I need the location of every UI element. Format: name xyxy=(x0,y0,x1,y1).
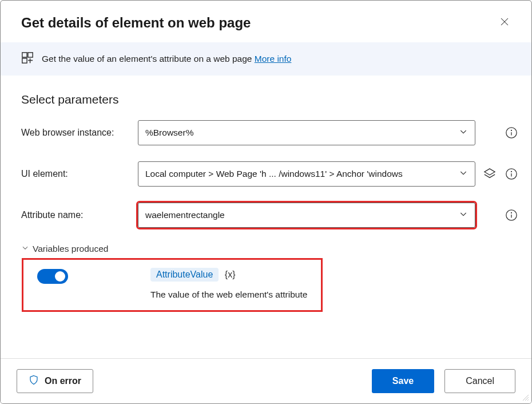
dropdown-ui-element[interactable]: Local computer > Web Page 'h ... /window… xyxy=(138,161,475,187)
dropdown-ui-element-value: Local computer > Web Page 'h ... /window… xyxy=(145,169,459,179)
svg-rect-3 xyxy=(28,53,33,57)
svg-point-16 xyxy=(511,212,512,213)
dialog-get-details: Get details of element on web page Get t… xyxy=(0,0,532,404)
info-button-attribute-name[interactable] xyxy=(505,209,518,221)
svg-marker-10 xyxy=(485,169,495,175)
svg-line-19 xyxy=(527,399,529,401)
chevron-down-icon xyxy=(21,244,29,254)
on-error-button[interactable]: On error xyxy=(17,369,93,393)
field-ui-element: UI element: Local computer > Web Page 'h… xyxy=(21,161,511,187)
layout-icon xyxy=(21,52,34,66)
save-button[interactable]: Save xyxy=(372,369,434,393)
close-icon xyxy=(499,20,510,29)
cancel-button[interactable]: Cancel xyxy=(444,369,515,393)
label-web-browser: Web browser instance: xyxy=(21,128,130,138)
toggle-knob xyxy=(55,271,65,282)
info-button-ui-element[interactable] xyxy=(505,168,518,180)
dialog-body: Select parameters Web browser instance: … xyxy=(1,76,531,358)
resize-grip-icon[interactable] xyxy=(521,393,529,401)
variable-toggle[interactable] xyxy=(37,269,68,284)
svg-rect-4 xyxy=(22,58,27,63)
dropdown-web-browser[interactable]: %Browser% xyxy=(138,120,475,145)
info-bar: Get the value of an element's attribute … xyxy=(1,42,531,76)
close-button[interactable] xyxy=(496,13,513,32)
chevron-down-icon xyxy=(459,168,468,180)
layers-button[interactable] xyxy=(483,168,496,180)
info-button-web-browser[interactable] xyxy=(505,126,518,139)
field-attribute-name: Attribute name: waelementrectangle xyxy=(21,203,511,228)
svg-point-9 xyxy=(511,130,512,130)
info-bar-text: Get the value of an element's attribute … xyxy=(42,54,291,64)
chevron-down-icon xyxy=(459,127,468,138)
chevron-down-icon xyxy=(459,209,468,221)
dialog-title: Get details of element on web page xyxy=(21,15,251,31)
field-web-browser: Web browser instance: %Browser% xyxy=(21,120,511,145)
variables-produced-box: AttributeValue {x} The value of the web … xyxy=(23,260,321,310)
label-ui-element: UI element: xyxy=(21,169,130,179)
more-info-link[interactable]: More info xyxy=(255,54,292,64)
dialog-header: Get details of element on web page xyxy=(1,1,531,42)
dialog-footer: On error Save Cancel xyxy=(1,358,531,403)
variables-produced-label: Variables produced xyxy=(33,244,108,254)
dropdown-attribute-name-value: waelementrectangle xyxy=(145,210,459,220)
variable-description: The value of the web element's attribute xyxy=(150,290,307,300)
shield-icon xyxy=(29,375,39,387)
dropdown-attribute-name[interactable]: waelementrectangle xyxy=(138,203,475,228)
info-text: Get the value of an element's attribute … xyxy=(42,54,255,64)
variable-body: AttributeValue {x} The value of the web … xyxy=(150,268,307,300)
variable-brace: {x} xyxy=(225,270,236,279)
svg-rect-2 xyxy=(22,53,27,57)
on-error-label: On error xyxy=(45,376,81,386)
variables-produced-header[interactable]: Variables produced xyxy=(21,244,511,254)
label-attribute-name: Attribute name: xyxy=(21,210,130,220)
variable-chip[interactable]: AttributeValue xyxy=(150,268,219,282)
section-title: Select parameters xyxy=(21,93,511,106)
dropdown-web-browser-value: %Browser% xyxy=(145,128,459,138)
svg-point-13 xyxy=(511,171,512,172)
